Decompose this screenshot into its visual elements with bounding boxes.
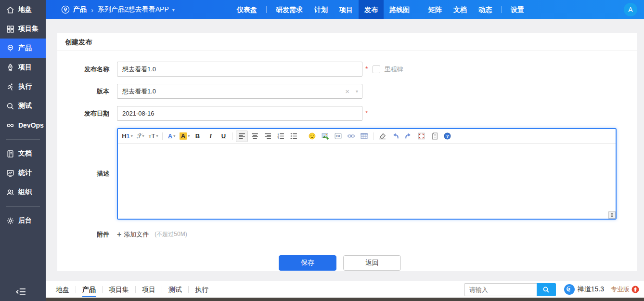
search-button[interactable] — [537, 283, 556, 296]
ordered-list-icon[interactable]: 123 — [275, 131, 287, 142]
about-icon[interactable]: ? — [441, 131, 453, 142]
toolbar-separator — [303, 132, 303, 140]
nav-item-发布[interactable]: 发布 — [359, 0, 384, 19]
release-date-label: 发布日期 — [57, 106, 109, 121]
footer-tab-执行[interactable]: 执行 — [189, 282, 215, 298]
unordered-list-icon[interactable] — [288, 131, 300, 142]
description-label: 描述 — [57, 170, 109, 178]
nav-item-设置[interactable]: 设置 — [505, 0, 530, 19]
product-icon — [6, 44, 14, 52]
back-button[interactable]: 返回 — [343, 255, 401, 271]
milestone-label: 里程碑 — [384, 62, 403, 77]
qa-icon — [6, 102, 14, 110]
nav-divider — [419, 6, 419, 13]
nav-item-项目[interactable]: 项目 — [334, 0, 359, 19]
attachment-row: 附件 + 添加文件 (不超过50M) — [57, 227, 637, 242]
devops-icon — [6, 121, 14, 130]
nav-item-路线图[interactable]: 路线图 — [384, 0, 415, 19]
required-asterisk: * — [365, 106, 368, 121]
editor-content-area[interactable] — [118, 144, 616, 219]
sidebar-item-项目集[interactable]: 项目集 — [0, 19, 46, 39]
footer-tab-项目[interactable]: 项目 — [136, 282, 162, 298]
footer-tab-地盘[interactable]: 地盘 — [50, 282, 76, 298]
page-title: 创建发布 — [57, 33, 637, 51]
milestone-checkbox[interactable] — [373, 65, 380, 73]
sidebar-item-执行[interactable]: 执行 — [0, 77, 46, 96]
sidebar-item-label: DevOps — [18, 121, 44, 129]
nav-divider — [501, 6, 502, 13]
italic-icon[interactable]: I — [205, 131, 217, 142]
breadcrumb-entry[interactable]: 系列产品2想去看看APP — [98, 5, 169, 14]
clear-icon[interactable]: × — [345, 84, 349, 99]
nav-item-研发需求[interactable]: 研发需求 — [270, 0, 309, 19]
align-left-icon[interactable] — [236, 131, 248, 142]
sidebar-item-组织[interactable]: 组织 — [0, 183, 46, 202]
release-date-input[interactable] — [117, 106, 362, 121]
redo-icon[interactable] — [402, 131, 414, 142]
font-color-icon[interactable]: A▾ — [166, 131, 178, 142]
nav-item-计划[interactable]: 计划 — [309, 0, 334, 19]
nav-item-仪表盘[interactable]: 仪表盘 — [231, 0, 263, 19]
heading-icon[interactable]: H1▾ — [121, 131, 133, 142]
sidebar-item-label: 统计 — [18, 169, 32, 177]
nav-divider — [266, 6, 267, 13]
nav-item-矩阵[interactable]: 矩阵 — [423, 0, 448, 19]
build-select[interactable] — [117, 84, 362, 99]
add-file-label: 添加文件 — [124, 227, 149, 242]
align-right-icon[interactable] — [262, 131, 274, 142]
image-icon[interactable] — [319, 131, 331, 142]
footer-tab-label: 地盘 — [56, 286, 69, 297]
sidebar-item-DevOps[interactable]: DevOps — [0, 116, 46, 135]
sidebar-item-测试[interactable]: 测试 — [0, 96, 46, 116]
source-icon[interactable] — [428, 131, 440, 142]
report-icon — [6, 169, 14, 177]
user-avatar[interactable]: A — [624, 3, 637, 16]
release-name-label: 发布名称 — [57, 62, 109, 77]
edition-link[interactable]: 专业版 — [611, 285, 630, 294]
sidebar-item-后台[interactable]: 后台 — [0, 211, 46, 230]
program-icon — [6, 25, 14, 33]
sidebar-item-文档[interactable]: 文档 — [0, 144, 46, 163]
highlight-color-icon[interactable]: A▾ — [179, 131, 191, 142]
font-size-icon[interactable]: тT▾ — [147, 131, 159, 142]
chevron-down-icon[interactable]: ▾ — [356, 84, 358, 99]
nav-item-文档[interactable]: 文档 — [448, 0, 473, 19]
sidebar-item-label: 产品 — [18, 44, 32, 52]
breadcrumb-module[interactable]: 产品 — [73, 5, 87, 14]
release-name-input[interactable] — [117, 62, 362, 77]
emoticon-icon[interactable] — [306, 131, 318, 142]
sidebar-item-label: 地盘 — [18, 5, 32, 14]
font-family-icon[interactable]: ℱ▾ — [134, 131, 146, 142]
file-size-hint: (不超过50M) — [155, 227, 187, 242]
sidebar-item-项目[interactable]: 项目 — [0, 58, 46, 77]
search-input[interactable] — [464, 283, 537, 296]
footer-tab-label: 产品 — [82, 286, 96, 297]
sidebar-item-统计[interactable]: 统计 — [0, 163, 46, 183]
remove-format-icon[interactable] — [376, 131, 388, 142]
save-button[interactable]: 保存 — [279, 255, 336, 271]
sidebar-divider — [6, 139, 40, 140]
doc-icon — [6, 150, 14, 158]
underline-icon[interactable]: U — [218, 131, 230, 142]
link-icon[interactable] — [345, 131, 357, 142]
bold-icon[interactable]: B — [192, 131, 204, 142]
align-center-icon[interactable] — [249, 131, 261, 142]
editor-resize-handle[interactable] — [608, 211, 616, 219]
footer-tab-测试[interactable]: 测试 — [162, 282, 188, 298]
sidebar-item-产品[interactable]: 产品 — [0, 39, 46, 58]
fullscreen-icon[interactable] — [415, 131, 427, 142]
code-icon[interactable]: C# — [332, 131, 344, 142]
upgrade-badge-icon[interactable] — [631, 286, 639, 293]
sidebar-collapse-icon[interactable] — [15, 288, 26, 296]
footer-tab-产品[interactable]: 产品 — [76, 282, 102, 298]
main-sidebar: 地盘项目集产品项目执行测试DevOps文档统计组织后台 — [0, 0, 46, 301]
undo-icon[interactable] — [389, 131, 401, 142]
nav-item-动态[interactable]: 动态 — [473, 0, 498, 19]
footer-tab-项目集[interactable]: 项目集 — [103, 282, 135, 298]
sidebar-item-地盘[interactable]: 地盘 — [0, 0, 46, 19]
build-row: 版本 × ▾ — [57, 84, 637, 99]
add-file-link[interactable]: + 添加文件 — [117, 227, 149, 242]
sidebar-item-label: 组织 — [18, 188, 32, 196]
chevron-down-icon[interactable]: ▾ — [172, 7, 175, 13]
table-icon[interactable] — [358, 131, 370, 142]
